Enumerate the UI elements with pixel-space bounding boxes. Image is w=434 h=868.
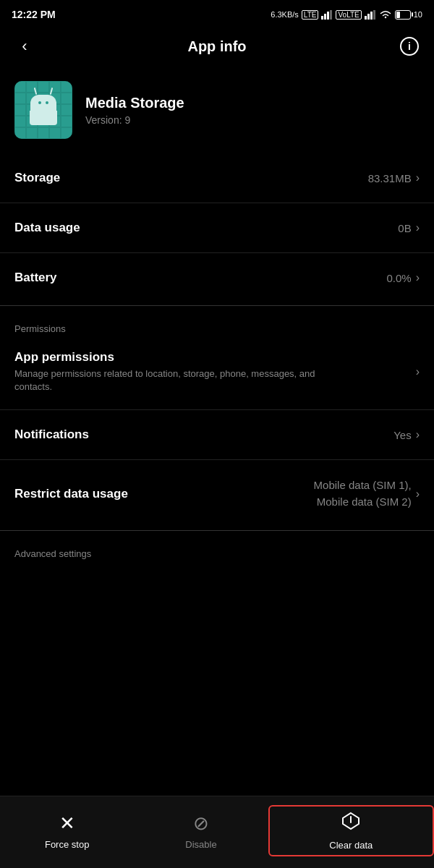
restrict-data-usage-item[interactable]: Restrict data usage Mobile data (SIM 1),… bbox=[0, 463, 434, 524]
force-stop-button[interactable]: ✕ Force stop bbox=[0, 812, 134, 850]
app-name: Media Storage bbox=[85, 95, 184, 111]
app-details: Media Storage Version: 9 bbox=[85, 95, 184, 126]
data-usage-chevron-icon: › bbox=[416, 221, 420, 234]
divider-1 bbox=[0, 203, 434, 203]
bottom-action-bar: ✕ Force stop ⊘ Disable Clear data bbox=[0, 796, 434, 868]
battery-right: 0.0% › bbox=[386, 271, 420, 284]
app-info-header: ‹ App info i bbox=[0, 26, 434, 69]
divider-2 bbox=[0, 252, 434, 253]
signal-bars2-icon bbox=[365, 10, 376, 20]
android-robot-icon bbox=[30, 95, 57, 125]
app-permissions-title: App permissions bbox=[14, 350, 318, 365]
svg-rect-6 bbox=[370, 12, 373, 20]
back-arrow-icon: ‹ bbox=[22, 37, 27, 56]
permissions-section-label: Permissions bbox=[0, 312, 434, 337]
battery-percent: 10 bbox=[414, 10, 422, 19]
app-permissions-item[interactable]: App permissions Manage permissions relat… bbox=[0, 337, 434, 407]
data-usage-right: 0B › bbox=[398, 221, 420, 234]
divider-5 bbox=[0, 459, 434, 460]
app-permissions-text: App permissions Manage permissions relat… bbox=[14, 350, 318, 393]
divider-3 bbox=[0, 305, 434, 306]
clear-data-icon bbox=[341, 811, 361, 835]
disable-label: Disable bbox=[185, 839, 216, 850]
clear-data-button[interactable]: Clear data bbox=[268, 805, 434, 856]
notifications-item[interactable]: Notifications Yes › bbox=[0, 413, 434, 456]
app-version: Version: 9 bbox=[85, 114, 184, 126]
notifications-label: Notifications bbox=[14, 427, 89, 442]
battery-icon bbox=[395, 10, 411, 20]
storage-value: 83.31MB bbox=[368, 172, 412, 184]
notifications-right: Yes › bbox=[393, 428, 420, 441]
storage-item[interactable]: Storage 83.31MB › bbox=[0, 156, 434, 200]
svg-rect-0 bbox=[321, 16, 323, 20]
app-info-section: Media Storage Version: 9 bbox=[0, 69, 434, 156]
signal-lte2-icon: VoLTE bbox=[336, 10, 361, 20]
data-usage-item[interactable]: Data usage 0B › bbox=[0, 206, 434, 250]
force-stop-icon: ✕ bbox=[59, 812, 75, 835]
notifications-value: Yes bbox=[393, 429, 411, 441]
storage-label: Storage bbox=[14, 171, 60, 185]
info-circle-icon: i bbox=[400, 37, 419, 56]
signal-lte-icon: LTE bbox=[302, 10, 319, 20]
force-stop-label: Force stop bbox=[45, 839, 89, 850]
svg-rect-4 bbox=[365, 16, 367, 20]
svg-rect-2 bbox=[327, 12, 329, 20]
status-time: 12:22 PM bbox=[12, 9, 56, 20]
app-icon bbox=[14, 81, 72, 139]
svg-rect-7 bbox=[373, 10, 375, 20]
advanced-settings-label: Advanced settings bbox=[0, 537, 434, 562]
disable-button[interactable]: ⊘ Disable bbox=[134, 812, 268, 850]
divider-4 bbox=[0, 409, 434, 410]
storage-chevron-icon: › bbox=[416, 171, 420, 184]
data-usage-value: 0B bbox=[398, 222, 411, 234]
restrict-data-value: Mobile data (SIM 1),Mobile data (SIM 2) bbox=[314, 477, 412, 510]
restrict-data-right: Mobile data (SIM 1),Mobile data (SIM 2) … bbox=[314, 477, 420, 510]
divider-6 bbox=[0, 530, 434, 531]
restrict-data-chevron-icon: › bbox=[416, 486, 420, 502]
battery-item[interactable]: Battery 0.0% › bbox=[0, 256, 434, 299]
notifications-chevron-icon: › bbox=[416, 428, 420, 441]
status-icons: 6.3KB/s LTE VoLTE 10 bbox=[271, 9, 422, 20]
info-button[interactable]: i bbox=[396, 33, 422, 59]
svg-rect-3 bbox=[330, 10, 332, 20]
page-title: App info bbox=[187, 38, 246, 55]
restrict-data-label: Restrict data usage bbox=[14, 487, 128, 501]
network-speed: 6.3KB/s bbox=[271, 10, 299, 19]
app-permissions-chevron-icon: › bbox=[416, 365, 420, 378]
battery-value: 0.0% bbox=[386, 272, 411, 284]
signal-bars-icon bbox=[321, 10, 333, 20]
battery-chevron-icon: › bbox=[416, 271, 420, 284]
data-usage-label: Data usage bbox=[14, 221, 80, 235]
app-permissions-desc: Manage permissions related to location, … bbox=[14, 367, 318, 393]
back-button[interactable]: ‹ bbox=[12, 33, 38, 59]
svg-rect-1 bbox=[324, 14, 326, 20]
disable-icon: ⊘ bbox=[193, 812, 209, 835]
battery-label: Battery bbox=[14, 271, 57, 285]
status-bar: 12:22 PM 6.3KB/s LTE VoLTE 10 bbox=[0, 0, 434, 26]
storage-right: 83.31MB › bbox=[368, 171, 420, 184]
clear-data-label: Clear data bbox=[329, 840, 373, 851]
wifi-icon bbox=[379, 9, 392, 20]
svg-rect-5 bbox=[367, 14, 370, 20]
